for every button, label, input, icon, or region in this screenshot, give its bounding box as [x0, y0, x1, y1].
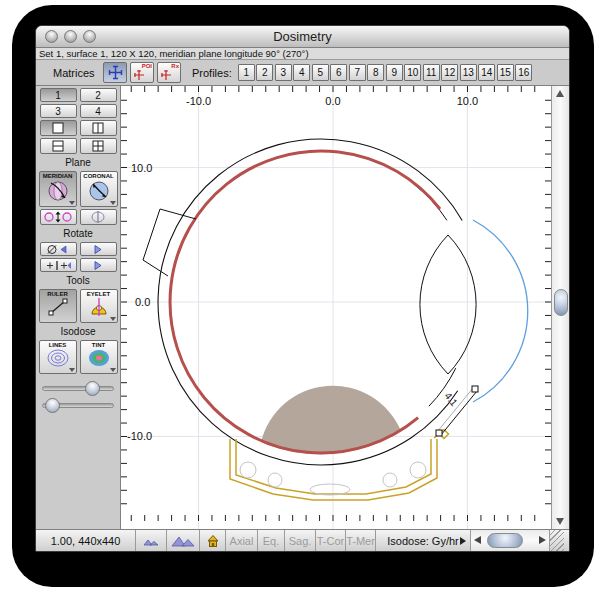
dose-plot-canvas[interactable]: -10.0 0.0 10.0 10.0 0.0 -10.0 — [121, 86, 551, 529]
profile-button-3[interactable]: 3 — [275, 64, 292, 81]
matrix-2-button[interactable]: 2 — [80, 88, 117, 102]
align-axis-button[interactable] — [40, 258, 77, 272]
profile-button-10[interactable]: 10 — [404, 64, 421, 81]
vertical-scroll-thumb[interactable] — [554, 289, 568, 316]
four-pane-icon — [92, 140, 104, 152]
profile-button-6[interactable]: 6 — [330, 64, 347, 81]
profile-button-4[interactable]: 4 — [293, 64, 310, 81]
dropdown-arrow-icon — [110, 201, 116, 205]
crosshair-red-icon — [160, 69, 172, 81]
minimize-button[interactable] — [64, 30, 77, 43]
isodose-section-label: Isodose — [60, 326, 95, 337]
scroll-down-icon[interactable] — [556, 518, 564, 525]
eye-pair-toggle-button[interactable] — [40, 209, 77, 225]
horizontal-scroll-thumb[interactable] — [487, 533, 523, 548]
isodose-tint-icon — [86, 348, 112, 368]
scroll-up-icon[interactable] — [556, 90, 564, 97]
rotate-step-button[interactable] — [80, 242, 117, 256]
dropdown-arrow-icon — [69, 201, 75, 205]
window-title: Dosimetry — [273, 29, 332, 44]
profile-button-9[interactable]: 9 — [386, 64, 403, 81]
t-mer-view-button[interactable]: T-Mer — [346, 530, 376, 551]
rotate-ccw-button[interactable] — [40, 242, 77, 256]
profile-button-16[interactable]: 16 — [515, 64, 532, 81]
two-row-pane-button[interactable] — [40, 138, 77, 154]
coronal-plane-button[interactable]: CORONAL — [80, 171, 118, 207]
matrices-label: Matrices — [53, 67, 103, 79]
coronal-sphere-icon — [87, 179, 111, 203]
mountains-small-icon — [141, 535, 161, 547]
plane-section-label: Plane — [65, 157, 91, 168]
horizontal-scrollbar[interactable] — [471, 530, 550, 551]
dosimetry-window: Dosimetry Set 1, surface 1, 120 X 120, m… — [35, 25, 570, 552]
matrix-3-button[interactable]: 3 — [40, 104, 77, 118]
rx-button[interactable]: Rx — [157, 62, 181, 83]
profile-button-5[interactable]: 5 — [312, 64, 329, 81]
info-bar: Set 1, surface 1, 120 X 120, meridian pl… — [36, 48, 569, 60]
ora-serrata-top — [413, 184, 447, 221]
slider-thumb[interactable] — [45, 398, 60, 413]
ruler-icon — [46, 297, 70, 317]
mirror-plane-icon — [90, 211, 106, 223]
equatorial-view-button[interactable]: Eq. — [258, 530, 285, 551]
isodose-units-label: Isodose: Gy/hr — [387, 535, 459, 547]
title-bar[interactable]: Dosimetry — [36, 26, 569, 48]
scroll-left-icon[interactable] — [474, 536, 481, 544]
profile-button-12[interactable]: 12 — [441, 64, 458, 81]
rotate-section-label: Rotate — [63, 228, 92, 239]
y-axis-label: -10.0 — [127, 430, 152, 442]
ruler-handle[interactable] — [436, 430, 442, 436]
isodose-lines-button[interactable]: LINES — [39, 340, 77, 374]
four-pane-button[interactable] — [80, 138, 117, 154]
close-button[interactable] — [45, 30, 58, 43]
scroll-right-icon[interactable] — [539, 536, 546, 544]
profile-button-15[interactable]: 15 — [497, 64, 514, 81]
profile-button-8[interactable]: 8 — [367, 64, 384, 81]
tumor-shape — [261, 386, 401, 454]
zoom-out-button[interactable] — [136, 530, 167, 551]
toolbar: Matrices POI — [36, 60, 569, 86]
isodose-level-slider[interactable] — [42, 386, 114, 391]
isodose-tint-button[interactable]: TINT — [80, 340, 118, 374]
eyelet-tool-button[interactable]: EYELET — [80, 289, 118, 323]
single-pane-icon — [52, 122, 64, 134]
meridian-plane-button[interactable]: MERIDIAN — [39, 171, 77, 207]
profile-button-7[interactable]: 7 — [349, 64, 366, 81]
y-axis-label: 0.0 — [135, 296, 150, 308]
menu-arrow-icon — [460, 537, 466, 545]
matrix-4-button[interactable]: 4 — [80, 104, 117, 118]
eyelet-icon — [87, 297, 111, 317]
eye-pair-icon — [43, 211, 73, 223]
t-cor-view-button[interactable]: T-Cor — [316, 530, 346, 551]
axial-view-button[interactable]: Axial — [226, 530, 258, 551]
ruler-tool-button[interactable]: RULER — [39, 289, 77, 323]
profile-button-1[interactable]: 1 — [238, 64, 255, 81]
zoom-size-field[interactable]: 1.00, 440x440 — [36, 530, 136, 551]
zoom-in-button[interactable] — [167, 530, 200, 551]
rotate-ccw-icon — [46, 244, 70, 255]
poi-label: POI — [142, 63, 152, 69]
profile-button-13[interactable]: 13 — [460, 64, 477, 81]
poi-button[interactable]: POI — [130, 62, 154, 83]
align-step-button[interactable] — [80, 258, 117, 272]
profile-button-2[interactable]: 2 — [256, 64, 273, 81]
mirror-plane-button[interactable] — [80, 209, 117, 225]
profile-button-14[interactable]: 14 — [478, 64, 495, 81]
two-column-pane-button[interactable] — [80, 120, 117, 136]
matrix-grid-button[interactable] — [103, 62, 127, 83]
tint-opacity-slider[interactable] — [42, 403, 114, 408]
profile-button-11[interactable]: 11 — [423, 64, 440, 81]
isodose-units-menu[interactable]: Isodose: Gy/hr — [376, 530, 471, 551]
vertical-scrollbar[interactable] — [551, 86, 569, 529]
profiles-label: Profiles: — [192, 67, 232, 79]
two-row-pane-icon — [52, 140, 64, 152]
slider-thumb[interactable] — [85, 381, 100, 396]
ruler-handle[interactable] — [472, 386, 478, 392]
resize-grip[interactable] — [550, 530, 564, 551]
matrix-1-button[interactable]: 1 — [40, 88, 77, 102]
zoom-button[interactable] — [83, 30, 96, 43]
home-view-button[interactable] — [200, 530, 226, 551]
single-pane-button[interactable] — [40, 120, 77, 136]
sagittal-view-button[interactable]: Sag. — [285, 530, 316, 551]
x-axis-label: 0.0 — [325, 95, 340, 107]
